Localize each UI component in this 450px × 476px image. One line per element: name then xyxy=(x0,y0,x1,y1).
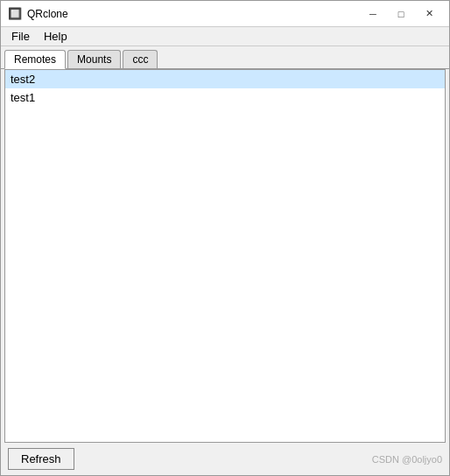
menu-help[interactable]: Help xyxy=(37,28,74,45)
list-item[interactable]: test1 xyxy=(5,88,445,107)
tab-mounts[interactable]: Mounts xyxy=(67,50,121,68)
menu-bar: File Help xyxy=(1,27,449,46)
tab-ccc[interactable]: ccc xyxy=(123,50,158,68)
content-area: test2 test1 xyxy=(4,69,446,443)
watermark: CSDN @0oljyo0 xyxy=(372,454,442,465)
main-window: 🔲 QRclone ─ □ ✕ File Help Remotes Mounts… xyxy=(0,0,450,476)
window-controls: ─ □ ✕ xyxy=(360,5,442,23)
title-bar: 🔲 QRclone ─ □ ✕ xyxy=(1,1,449,27)
list-item[interactable]: test2 xyxy=(5,70,445,88)
tab-bar: Remotes Mounts ccc xyxy=(1,46,449,69)
maximize-button[interactable]: □ xyxy=(388,5,414,23)
refresh-button[interactable]: Refresh xyxy=(8,448,74,470)
app-icon: 🔲 xyxy=(8,7,22,21)
window-title: QRclone xyxy=(27,8,360,20)
footer: Refresh CSDN @0oljyo0 xyxy=(1,443,449,475)
tab-remotes[interactable]: Remotes xyxy=(4,50,66,69)
menu-file[interactable]: File xyxy=(4,28,37,45)
minimize-button[interactable]: ─ xyxy=(360,5,386,23)
close-button[interactable]: ✕ xyxy=(416,5,442,23)
